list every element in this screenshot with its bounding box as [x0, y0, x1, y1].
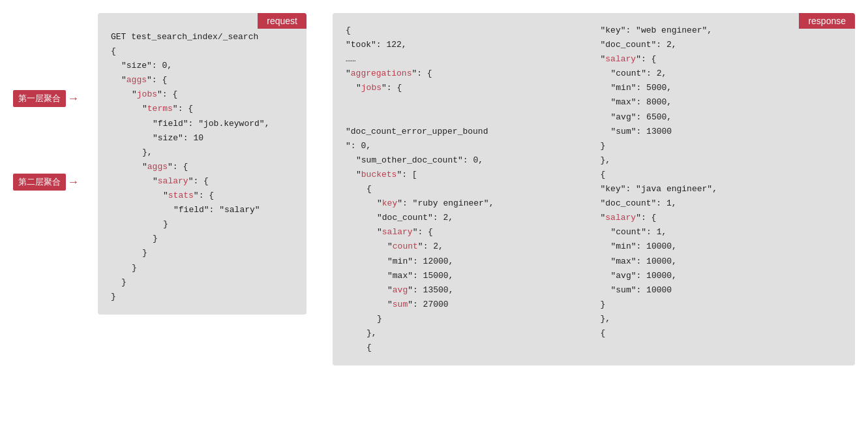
arrow1-icon: →	[70, 93, 77, 104]
code-line: "avg": 13500,	[346, 283, 588, 298]
code-line: "sum": 10000	[601, 283, 843, 298]
code-line: "salary": {	[346, 225, 588, 240]
code-line: }	[111, 290, 293, 304]
code-line: "salary": {	[601, 52, 843, 67]
code-line: "doc_count": 2,	[346, 211, 588, 225]
code-line: "count": 2,	[346, 240, 588, 254]
code-line: "max": 10000,	[601, 255, 843, 269]
request-code: GET test_search_index/_search { "size": …	[111, 30, 293, 304]
code-line: "salary": {	[601, 211, 843, 225]
request-label: request	[258, 13, 307, 29]
response-col2: "key": "web engineer", "doc_count": 2, "…	[601, 23, 843, 355]
code-line: "aggs": {	[111, 160, 293, 174]
code-line: "doc_count": 2,	[601, 38, 843, 52]
right-section: response { "took": 122, …… "aggregations…	[333, 13, 855, 365]
code-line: }	[111, 246, 293, 260]
code-line: GET test_search_index/_search	[111, 30, 293, 44]
annotation-layer2: 第二层聚合 →	[13, 174, 77, 191]
response-col1: { "took": 122, …… "aggregations": { "job…	[346, 23, 588, 355]
code-line: },	[111, 146, 293, 160]
code-line: {	[111, 44, 293, 59]
code-line: "size": 0,	[111, 59, 293, 73]
left-section: 第一层聚合 → 第二层聚合 → request GET test_search_…	[13, 13, 307, 315]
code-line: "key": "ruby engineer",	[346, 196, 588, 211]
code-line: }	[601, 298, 843, 312]
code-line: "max": 8000,	[601, 95, 843, 110]
code-line: "aggregations": {	[346, 67, 588, 81]
code-line: ……	[346, 52, 588, 67]
code-line: }	[111, 261, 293, 275]
code-line: "min": 5000,	[601, 81, 843, 95]
code-line: "jobs": {	[346, 81, 588, 95]
code-line	[346, 110, 588, 125]
code-line: }	[111, 232, 293, 246]
code-line: "aggs": {	[111, 73, 293, 87]
code-line: }	[111, 275, 293, 290]
code-line: "doc_count_error_upper_bound	[346, 125, 588, 139]
code-line: {	[346, 23, 588, 38]
code-line: "key": "java engineer",	[601, 182, 843, 196]
code-line: },	[346, 326, 588, 341]
code-line: },	[601, 312, 843, 326]
code-line: "avg": 10000,	[601, 269, 843, 283]
code-line: "count": 2,	[601, 67, 843, 81]
code-line: {	[601, 168, 843, 182]
code-line: }	[111, 217, 293, 232]
layer1-label: 第一层聚合	[13, 90, 66, 107]
code-line: "min": 12000,	[346, 255, 588, 269]
code-line: "field": "job.keyword",	[111, 117, 293, 131]
code-line: "buckets": [	[346, 168, 588, 182]
code-line: "sum_other_doc_count": 0,	[346, 153, 588, 168]
code-line: "min": 10000,	[601, 240, 843, 254]
code-line: "terms": {	[111, 102, 293, 116]
layer2-label: 第二层聚合	[13, 174, 66, 191]
request-panel: request GET test_search_index/_search { …	[98, 13, 307, 315]
code-line: "avg": 6500,	[601, 110, 843, 125]
code-line: ": 0,	[346, 139, 588, 153]
main-container: 第一层聚合 → 第二层聚合 → request GET test_search_…	[13, 13, 855, 365]
code-line: },	[601, 153, 843, 168]
code-line: "jobs": {	[111, 87, 293, 102]
code-line: "count": 1,	[601, 225, 843, 240]
code-line	[346, 95, 588, 110]
code-line: }	[346, 312, 588, 326]
code-line: "salary": {	[111, 174, 293, 189]
code-line: "sum": 13000	[601, 125, 843, 139]
response-panel: response { "took": 122, …… "aggregations…	[333, 13, 855, 365]
code-line: {	[601, 326, 843, 341]
code-line: }	[601, 139, 843, 153]
code-line: {	[346, 341, 588, 355]
arrow2-icon: →	[70, 176, 77, 188]
code-line: "stats": {	[111, 189, 293, 203]
response-label: response	[799, 13, 855, 29]
code-line: {	[346, 182, 588, 196]
code-line: "field": "salary"	[111, 203, 293, 217]
code-line: "size": 10	[111, 131, 293, 146]
code-line: "sum": 27000	[346, 298, 588, 312]
code-line: "doc_count": 1,	[601, 196, 843, 211]
annotation-layer1: 第一层聚合 →	[13, 90, 77, 107]
code-line: "max": 15000,	[346, 269, 588, 283]
code-line: "took": 122,	[346, 38, 588, 52]
